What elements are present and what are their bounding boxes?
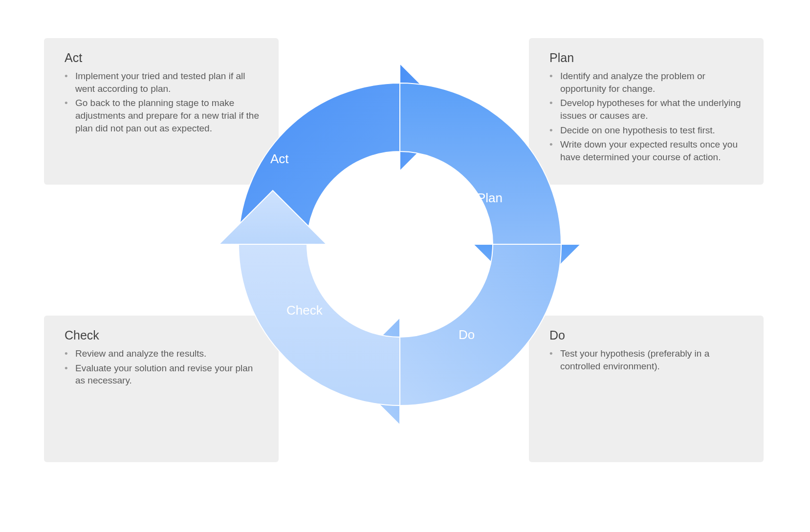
pdca-cycle-svg — [219, 64, 581, 425]
pdca-cycle: Act Plan Do Check — [219, 64, 581, 425]
panel-title: Act — [65, 51, 262, 65]
panel-title: Plan — [549, 51, 747, 65]
